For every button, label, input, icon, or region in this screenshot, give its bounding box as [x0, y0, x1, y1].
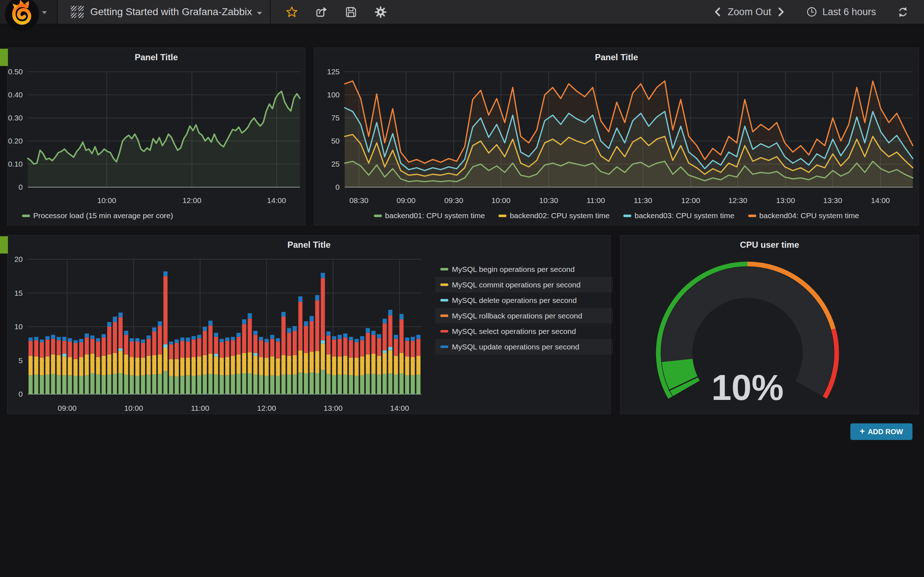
- bar-segment: [299, 372, 303, 394]
- gear-icon[interactable]: [374, 5, 387, 19]
- bar-segment: [293, 331, 297, 355]
- x-axis-tick-label: 13:00: [776, 196, 795, 205]
- clock-icon[interactable]: [806, 6, 817, 17]
- legend-item[interactable]: MySQL delete operations per second: [435, 292, 613, 308]
- zoom-out-button[interactable]: Zoom Out: [728, 6, 771, 18]
- bar-segment: [45, 375, 50, 394]
- bar-segment: [377, 356, 381, 374]
- panel-title[interactable]: Panel Title: [314, 52, 919, 62]
- bar-segment: [79, 376, 83, 395]
- bar-segment: [163, 348, 168, 371]
- dashboard-grid-icon[interactable]: [71, 6, 84, 18]
- bar-segment: [220, 376, 224, 394]
- legend-item[interactable]: MySQL commit operations per second: [435, 277, 613, 292]
- refresh-icon[interactable]: [897, 6, 909, 18]
- legend-item[interactable]: MySQL rollback operations per second: [435, 308, 613, 324]
- dashboard-title[interactable]: Getting Started with Grafana-Zabbix: [90, 6, 252, 18]
- bar-segment: [343, 375, 347, 394]
- y-axis-tick-label: 0: [18, 390, 23, 398]
- bar-segment: [293, 355, 297, 375]
- bar-segment: [90, 335, 94, 338]
- add-row-button[interactable]: + ADD ROW: [850, 423, 913, 440]
- save-icon[interactable]: [344, 5, 358, 19]
- legend-label: backend03: CPU system time: [635, 211, 735, 220]
- star-icon[interactable]: [285, 5, 299, 19]
- legend-item[interactable]: Processor load (15 min average per core): [22, 211, 173, 220]
- bar-segment: [405, 376, 409, 394]
- panel-title[interactable]: Panel Title: [8, 52, 305, 62]
- processor-load-chart[interactable]: 00.100.200.300.400.5010:0012:0014:00: [8, 48, 306, 226]
- panel-title[interactable]: Panel Title: [8, 240, 611, 250]
- bar-segment: [287, 375, 291, 394]
- y-axis-tick-label: 0.10: [8, 160, 23, 168]
- bar-segment: [124, 331, 129, 335]
- bar-segment: [192, 340, 196, 357]
- bar-segment: [90, 339, 94, 354]
- bar-segment: [107, 375, 111, 394]
- dashboard-title-caret-icon[interactable]: [257, 12, 262, 15]
- bar-segment: [74, 376, 78, 395]
- bar-segment: [293, 326, 297, 331]
- bar-segment: [113, 322, 117, 353]
- bar-segment: [281, 312, 286, 317]
- legend-color-chip: [374, 214, 382, 217]
- bar-segment: [40, 358, 44, 376]
- x-axis-tick-label: 11:30: [634, 196, 652, 205]
- time-range-picker[interactable]: Last 6 hours: [822, 6, 876, 18]
- bar-segment: [118, 351, 123, 373]
- logo-dropdown-caret-icon[interactable]: [42, 11, 47, 14]
- bar-segment: [231, 340, 235, 356]
- cpu-system-time-chart[interactable]: 025507510012508:3009:0009:3010:0010:3011…: [314, 48, 919, 226]
- x-axis-tick-label: 13:30: [823, 196, 842, 205]
- bar-segment: [388, 373, 393, 394]
- bar-segment: [281, 375, 286, 394]
- legend-item[interactable]: backend04: CPU system time: [748, 211, 859, 220]
- legend-item[interactable]: backend02: CPU system time: [498, 211, 610, 220]
- bar-segment: [417, 335, 421, 338]
- bar-segment: [169, 344, 173, 359]
- bar-segment: [276, 338, 280, 342]
- bar-segment: [242, 319, 247, 324]
- bar-segment: [326, 331, 331, 335]
- legend-item[interactable]: MySQL begin operations per second: [435, 261, 613, 277]
- bar-segment: [326, 335, 331, 354]
- legend-item[interactable]: MySQL select operations per second: [435, 324, 613, 339]
- chevron-right-icon[interactable]: [776, 6, 785, 17]
- y-axis-tick-label: 25: [331, 160, 340, 168]
- bar-segment: [68, 376, 72, 394]
- bar-segment: [214, 375, 218, 394]
- grafana-logo-block[interactable]: [0, 0, 58, 24]
- grafana-logo-icon[interactable]: [4, 0, 40, 32]
- bar-segment: [197, 335, 201, 338]
- bar-segment: [68, 357, 72, 376]
- chevron-left-icon[interactable]: [713, 6, 723, 17]
- bar-segment: [74, 343, 78, 359]
- x-axis-tick-label: 10:00: [492, 196, 511, 205]
- bar-segment: [208, 321, 213, 325]
- bar-segment: [332, 340, 336, 357]
- bar-segment: [175, 359, 179, 377]
- bar-segment: [225, 338, 229, 341]
- bar-segment: [203, 327, 207, 331]
- x-axis-tick-label: 12:00: [681, 196, 700, 205]
- legend-item[interactable]: backend03: CPU system time: [624, 211, 735, 220]
- bar-segment: [383, 353, 387, 374]
- bar-segment: [40, 376, 44, 394]
- share-icon[interactable]: [315, 5, 328, 19]
- x-axis-tick-label: 12:30: [729, 196, 748, 205]
- bar-segment: [281, 317, 286, 355]
- bar-segment: [63, 337, 67, 341]
- panel-title[interactable]: CPU user time: [620, 240, 919, 250]
- bar-segment: [270, 339, 275, 357]
- legend-item[interactable]: backend01: CPU system time: [374, 211, 485, 220]
- bar-segment: [29, 376, 33, 394]
- legend-color-chip: [440, 268, 448, 271]
- bar-segment: [197, 376, 201, 394]
- panel-mysql-operations: Panel Title 0510152009:0010:0011:0012:00…: [7, 235, 611, 414]
- legend-item[interactable]: MySQL update operations per second: [435, 339, 613, 355]
- row-handle-top[interactable]: [0, 49, 8, 66]
- x-axis-tick-label: 10:00: [124, 404, 143, 412]
- bar-segment: [34, 340, 39, 356]
- row-handle-bottom[interactable]: [0, 236, 8, 253]
- bar-segment: [405, 338, 409, 341]
